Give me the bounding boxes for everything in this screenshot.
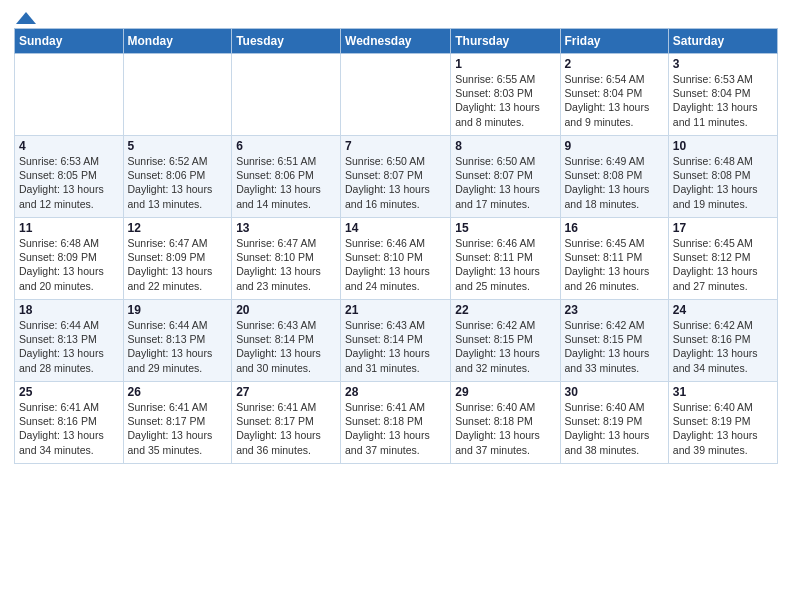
day-info: Sunrise: 6:40 AM Sunset: 8:18 PM Dayligh… [455, 400, 555, 457]
calendar-header-row: SundayMondayTuesdayWednesdayThursdayFrid… [15, 29, 778, 54]
day-info: Sunrise: 6:41 AM Sunset: 8:16 PM Dayligh… [19, 400, 119, 457]
calendar-cell [15, 54, 124, 136]
main-container: SundayMondayTuesdayWednesdayThursdayFrid… [0, 0, 792, 472]
calendar-day-header: Thursday [451, 29, 560, 54]
day-info: Sunrise: 6:49 AM Sunset: 8:08 PM Dayligh… [565, 154, 664, 211]
day-info: Sunrise: 6:44 AM Sunset: 8:13 PM Dayligh… [19, 318, 119, 375]
calendar-cell: 19Sunrise: 6:44 AM Sunset: 8:13 PM Dayli… [123, 300, 232, 382]
day-info: Sunrise: 6:40 AM Sunset: 8:19 PM Dayligh… [673, 400, 773, 457]
calendar-cell: 13Sunrise: 6:47 AM Sunset: 8:10 PM Dayli… [232, 218, 341, 300]
calendar-cell: 17Sunrise: 6:45 AM Sunset: 8:12 PM Dayli… [668, 218, 777, 300]
day-info: Sunrise: 6:53 AM Sunset: 8:04 PM Dayligh… [673, 72, 773, 129]
day-number: 6 [236, 139, 336, 153]
day-info: Sunrise: 6:41 AM Sunset: 8:17 PM Dayligh… [236, 400, 336, 457]
logo-icon [16, 10, 36, 26]
day-number: 12 [128, 221, 228, 235]
day-info: Sunrise: 6:42 AM Sunset: 8:15 PM Dayligh… [455, 318, 555, 375]
day-number: 13 [236, 221, 336, 235]
day-number: 14 [345, 221, 446, 235]
calendar-day-header: Friday [560, 29, 668, 54]
calendar-cell: 16Sunrise: 6:45 AM Sunset: 8:11 PM Dayli… [560, 218, 668, 300]
calendar-cell: 24Sunrise: 6:42 AM Sunset: 8:16 PM Dayli… [668, 300, 777, 382]
svg-marker-0 [16, 12, 36, 24]
calendar-day-header: Saturday [668, 29, 777, 54]
day-number: 24 [673, 303, 773, 317]
day-info: Sunrise: 6:44 AM Sunset: 8:13 PM Dayligh… [128, 318, 228, 375]
day-info: Sunrise: 6:52 AM Sunset: 8:06 PM Dayligh… [128, 154, 228, 211]
day-info: Sunrise: 6:48 AM Sunset: 8:08 PM Dayligh… [673, 154, 773, 211]
calendar-cell: 28Sunrise: 6:41 AM Sunset: 8:18 PM Dayli… [341, 382, 451, 464]
calendar-cell: 15Sunrise: 6:46 AM Sunset: 8:11 PM Dayli… [451, 218, 560, 300]
day-number: 23 [565, 303, 664, 317]
day-info: Sunrise: 6:45 AM Sunset: 8:12 PM Dayligh… [673, 236, 773, 293]
day-number: 22 [455, 303, 555, 317]
day-number: 10 [673, 139, 773, 153]
day-info: Sunrise: 6:43 AM Sunset: 8:14 PM Dayligh… [345, 318, 446, 375]
calendar-cell: 31Sunrise: 6:40 AM Sunset: 8:19 PM Dayli… [668, 382, 777, 464]
day-number: 1 [455, 57, 555, 71]
day-number: 28 [345, 385, 446, 399]
calendar-cell: 9Sunrise: 6:49 AM Sunset: 8:08 PM Daylig… [560, 136, 668, 218]
calendar-cell [123, 54, 232, 136]
day-number: 2 [565, 57, 664, 71]
calendar-cell: 30Sunrise: 6:40 AM Sunset: 8:19 PM Dayli… [560, 382, 668, 464]
day-number: 3 [673, 57, 773, 71]
day-number: 9 [565, 139, 664, 153]
day-number: 30 [565, 385, 664, 399]
calendar-cell: 26Sunrise: 6:41 AM Sunset: 8:17 PM Dayli… [123, 382, 232, 464]
day-number: 25 [19, 385, 119, 399]
day-number: 20 [236, 303, 336, 317]
calendar-cell: 4Sunrise: 6:53 AM Sunset: 8:05 PM Daylig… [15, 136, 124, 218]
day-number: 5 [128, 139, 228, 153]
calendar-cell: 29Sunrise: 6:40 AM Sunset: 8:18 PM Dayli… [451, 382, 560, 464]
calendar-cell: 5Sunrise: 6:52 AM Sunset: 8:06 PM Daylig… [123, 136, 232, 218]
day-number: 16 [565, 221, 664, 235]
day-info: Sunrise: 6:55 AM Sunset: 8:03 PM Dayligh… [455, 72, 555, 129]
calendar-cell [341, 54, 451, 136]
day-number: 17 [673, 221, 773, 235]
calendar-cell [232, 54, 341, 136]
calendar-day-header: Tuesday [232, 29, 341, 54]
day-number: 8 [455, 139, 555, 153]
calendar-cell: 8Sunrise: 6:50 AM Sunset: 8:07 PM Daylig… [451, 136, 560, 218]
day-info: Sunrise: 6:42 AM Sunset: 8:16 PM Dayligh… [673, 318, 773, 375]
calendar-cell: 2Sunrise: 6:54 AM Sunset: 8:04 PM Daylig… [560, 54, 668, 136]
day-info: Sunrise: 6:51 AM Sunset: 8:06 PM Dayligh… [236, 154, 336, 211]
calendar-cell: 14Sunrise: 6:46 AM Sunset: 8:10 PM Dayli… [341, 218, 451, 300]
calendar-week-row: 25Sunrise: 6:41 AM Sunset: 8:16 PM Dayli… [15, 382, 778, 464]
day-number: 31 [673, 385, 773, 399]
calendar-day-header: Wednesday [341, 29, 451, 54]
calendar-cell: 22Sunrise: 6:42 AM Sunset: 8:15 PM Dayli… [451, 300, 560, 382]
day-number: 27 [236, 385, 336, 399]
calendar-table: SundayMondayTuesdayWednesdayThursdayFrid… [14, 28, 778, 464]
day-info: Sunrise: 6:41 AM Sunset: 8:17 PM Dayligh… [128, 400, 228, 457]
day-number: 7 [345, 139, 446, 153]
calendar-cell: 12Sunrise: 6:47 AM Sunset: 8:09 PM Dayli… [123, 218, 232, 300]
calendar-cell: 11Sunrise: 6:48 AM Sunset: 8:09 PM Dayli… [15, 218, 124, 300]
calendar-cell: 7Sunrise: 6:50 AM Sunset: 8:07 PM Daylig… [341, 136, 451, 218]
day-number: 26 [128, 385, 228, 399]
calendar-week-row: 11Sunrise: 6:48 AM Sunset: 8:09 PM Dayli… [15, 218, 778, 300]
day-number: 29 [455, 385, 555, 399]
calendar-week-row: 18Sunrise: 6:44 AM Sunset: 8:13 PM Dayli… [15, 300, 778, 382]
calendar-day-header: Monday [123, 29, 232, 54]
day-number: 18 [19, 303, 119, 317]
day-info: Sunrise: 6:47 AM Sunset: 8:09 PM Dayligh… [128, 236, 228, 293]
calendar-cell: 23Sunrise: 6:42 AM Sunset: 8:15 PM Dayli… [560, 300, 668, 382]
day-number: 19 [128, 303, 228, 317]
calendar-cell: 18Sunrise: 6:44 AM Sunset: 8:13 PM Dayli… [15, 300, 124, 382]
calendar-cell: 1Sunrise: 6:55 AM Sunset: 8:03 PM Daylig… [451, 54, 560, 136]
header [14, 10, 778, 24]
day-info: Sunrise: 6:54 AM Sunset: 8:04 PM Dayligh… [565, 72, 664, 129]
calendar-day-header: Sunday [15, 29, 124, 54]
day-number: 11 [19, 221, 119, 235]
day-number: 4 [19, 139, 119, 153]
day-info: Sunrise: 6:41 AM Sunset: 8:18 PM Dayligh… [345, 400, 446, 457]
calendar-cell: 6Sunrise: 6:51 AM Sunset: 8:06 PM Daylig… [232, 136, 341, 218]
calendar-week-row: 1Sunrise: 6:55 AM Sunset: 8:03 PM Daylig… [15, 54, 778, 136]
day-number: 21 [345, 303, 446, 317]
day-number: 15 [455, 221, 555, 235]
day-info: Sunrise: 6:47 AM Sunset: 8:10 PM Dayligh… [236, 236, 336, 293]
day-info: Sunrise: 6:45 AM Sunset: 8:11 PM Dayligh… [565, 236, 664, 293]
logo [14, 10, 38, 24]
